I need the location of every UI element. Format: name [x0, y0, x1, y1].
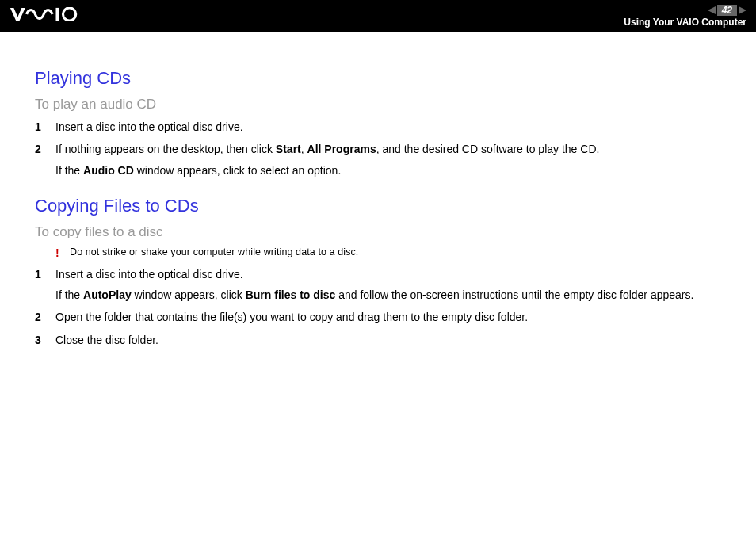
vaio-logo	[10, 7, 81, 25]
step-number: 3	[35, 332, 44, 348]
page-number: 42	[717, 5, 737, 16]
bold-text: Burn files to disc	[246, 288, 336, 301]
breadcrumb: Using Your VAIO Computer	[624, 17, 746, 28]
text: , and the desired CD software to play th…	[376, 143, 600, 155]
bold-text: All Programs	[307, 143, 376, 155]
svg-point-1	[63, 8, 76, 21]
text: Insert a disc into the optical disc driv…	[55, 268, 243, 280]
bold-text: Start	[276, 143, 301, 155]
step-row: 1 Insert a disc into the optical disc dr…	[35, 266, 724, 303]
step-extra: If the Audio CD window appears, click to…	[55, 162, 724, 178]
warning-note: ! Do not strike or shake your computer w…	[55, 246, 724, 258]
header-right: 42 Using Your VAIO Computer	[624, 5, 746, 28]
step-text: Insert a disc into the optical disc driv…	[55, 266, 724, 303]
step-text: Open the folder that contains the file(s…	[55, 309, 724, 325]
section-heading-copying-files: Copying Files to CDs	[35, 196, 724, 216]
text: window appears, click to select an optio…	[134, 164, 341, 177]
text: window appears, click	[132, 288, 246, 301]
step-text: Close the disc folder.	[55, 332, 724, 348]
section-heading-playing-cds: Playing CDs	[35, 68, 724, 89]
sub-heading-play-audio-cd: To play an audio CD	[35, 97, 724, 113]
bold-text: Audio CD	[83, 164, 134, 177]
prev-page-icon[interactable]	[708, 6, 716, 14]
text: and follow the on-screen instructions un…	[335, 288, 693, 301]
step-row: 2 Open the folder that contains the file…	[35, 309, 724, 325]
step-number: 1	[35, 119, 44, 135]
sub-heading-copy-files: To copy files to a disc	[35, 224, 724, 240]
step-extra: If the AutoPlay window appears, click Bu…	[55, 287, 724, 303]
step-number: 2	[35, 141, 44, 157]
text: ,	[301, 143, 307, 155]
step-number: 1	[35, 266, 44, 282]
warning-text: Do not strike or shake your computer whi…	[70, 246, 358, 257]
step-number: 2	[35, 309, 44, 325]
step-row: 3 Close the disc folder.	[35, 332, 724, 348]
step-row: 2 If nothing appears on the desktop, the…	[35, 141, 724, 178]
section-copying: Copying Files to CDs To copy files to a …	[35, 196, 724, 348]
step-text: Insert a disc into the optical disc driv…	[55, 119, 724, 135]
page-nav: 42	[708, 5, 746, 16]
text: If nothing appears on the desktop, then …	[55, 143, 276, 155]
header-bar: 42 Using Your VAIO Computer	[0, 0, 756, 32]
text: If the	[55, 164, 83, 177]
step-row: 1 Insert a disc into the optical disc dr…	[35, 119, 724, 135]
page-content: Playing CDs To play an audio CD 1 Insert…	[0, 32, 756, 348]
step-text: If nothing appears on the desktop, then …	[55, 141, 724, 178]
bold-text: AutoPlay	[83, 288, 132, 301]
svg-rect-0	[56, 8, 59, 21]
next-page-icon[interactable]	[739, 6, 746, 14]
text: If the	[55, 288, 83, 301]
warning-icon: !	[55, 247, 62, 258]
